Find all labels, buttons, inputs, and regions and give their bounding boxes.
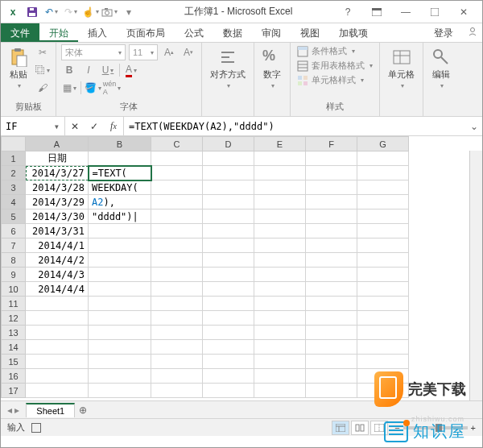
cell-F1[interactable] bbox=[306, 151, 357, 166]
vertical-scrollbar[interactable] bbox=[469, 151, 482, 400]
cell-E13[interactable] bbox=[254, 326, 306, 340]
font-name-combo[interactable]: 宋体▾ bbox=[61, 44, 126, 60]
cell-F15[interactable] bbox=[306, 355, 357, 369]
cell-E15[interactable] bbox=[254, 355, 306, 369]
cell-D1[interactable] bbox=[203, 151, 254, 166]
copy-icon[interactable]: ⿻▾ bbox=[35, 62, 51, 78]
cell-F6[interactable] bbox=[306, 224, 357, 239]
app-icon[interactable]: x bbox=[4, 3, 22, 21]
cell-A13[interactable] bbox=[26, 326, 89, 340]
conditional-format-button[interactable]: 条件格式▾ bbox=[295, 44, 374, 58]
cell-C5[interactable] bbox=[151, 209, 203, 224]
row-header-6[interactable]: 6 bbox=[2, 224, 26, 239]
cell-A8[interactable]: 2014/4/2 bbox=[26, 253, 89, 268]
cell-E14[interactable] bbox=[254, 340, 306, 355]
cell-E11[interactable] bbox=[254, 297, 306, 311]
cell-F9[interactable] bbox=[306, 268, 357, 282]
row-header-14[interactable]: 14 bbox=[2, 340, 26, 355]
cell-D10[interactable] bbox=[203, 282, 254, 297]
cell-G5[interactable] bbox=[357, 209, 409, 224]
cell-A9[interactable]: 2014/4/3 bbox=[26, 268, 89, 282]
cell-G12[interactable] bbox=[357, 311, 409, 326]
cell-B13[interactable] bbox=[89, 326, 151, 340]
number-format-button[interactable]: % 数字 ▾ bbox=[259, 44, 285, 93]
cell-C10[interactable] bbox=[151, 282, 203, 297]
cell-G9[interactable] bbox=[357, 268, 409, 282]
name-box-dropdown-icon[interactable]: ▾ bbox=[54, 121, 60, 132]
cell-E3[interactable] bbox=[254, 180, 306, 195]
cell-F11[interactable] bbox=[306, 297, 357, 311]
cell-F17[interactable] bbox=[306, 384, 357, 398]
cell-E7[interactable] bbox=[254, 239, 306, 253]
bold-icon[interactable]: B bbox=[61, 62, 77, 78]
close-button[interactable]: ✕ bbox=[452, 4, 476, 20]
cell-B14[interactable] bbox=[89, 340, 151, 355]
cell-C12[interactable] bbox=[151, 311, 203, 326]
col-header-A[interactable]: A bbox=[26, 137, 89, 151]
cancel-formula-button[interactable]: ✕ bbox=[65, 121, 85, 132]
cell-E2[interactable] bbox=[254, 166, 306, 180]
zoom-in-button[interactable]: + bbox=[471, 423, 476, 433]
cell-F14[interactable] bbox=[306, 340, 357, 355]
cell-B8[interactable] bbox=[89, 253, 151, 268]
view-normal-button[interactable] bbox=[332, 421, 349, 435]
sheet-tab-sheet1[interactable]: Sheet1 bbox=[26, 403, 75, 417]
format-painter-icon[interactable]: 🖌 bbox=[35, 80, 51, 96]
minimize-button[interactable]: — bbox=[394, 4, 418, 20]
cell-B4[interactable]: A2), bbox=[89, 195, 151, 209]
cell-styles-button[interactable]: 单元格样式▾ bbox=[295, 73, 374, 87]
font-color-icon[interactable]: A▾ bbox=[123, 62, 139, 78]
cell-D13[interactable] bbox=[203, 326, 254, 340]
row-header-13[interactable]: 13 bbox=[2, 326, 26, 340]
underline-icon[interactable]: U▾ bbox=[100, 62, 116, 78]
formula-input[interactable]: =TEXT(WEEKDAY(A2),"dddd") bbox=[124, 117, 466, 135]
cell-A5[interactable]: 2014/3/30 bbox=[26, 209, 89, 224]
cell-C2[interactable] bbox=[151, 166, 203, 180]
cell-G8[interactable] bbox=[357, 253, 409, 268]
cell-G2[interactable] bbox=[357, 166, 409, 180]
insert-function-button[interactable]: fx bbox=[104, 120, 123, 132]
ribbon-display-button[interactable] bbox=[365, 4, 389, 20]
help-button[interactable]: ? bbox=[336, 4, 360, 20]
cell-C16[interactable] bbox=[151, 369, 203, 384]
fill-color-icon[interactable]: 🪣▾ bbox=[85, 80, 101, 96]
select-all-corner[interactable] bbox=[2, 137, 26, 151]
cell-E16[interactable] bbox=[254, 369, 306, 384]
cell-E9[interactable] bbox=[254, 268, 306, 282]
qat-undo-icon[interactable]: ↶▾ bbox=[43, 3, 60, 21]
cell-C11[interactable] bbox=[151, 297, 203, 311]
cell-G11[interactable] bbox=[357, 297, 409, 311]
col-header-D[interactable]: D bbox=[203, 137, 254, 151]
cell-G7[interactable] bbox=[357, 239, 409, 253]
cell-C3[interactable] bbox=[151, 180, 203, 195]
cell-D11[interactable] bbox=[203, 297, 254, 311]
cell-G6[interactable] bbox=[357, 224, 409, 239]
add-sheet-button[interactable]: ⊕ bbox=[75, 404, 91, 416]
paste-button[interactable]: 粘贴 ▾ bbox=[6, 44, 31, 93]
cell-A7[interactable]: 2014/4/1 bbox=[26, 239, 89, 253]
tab-formulas[interactable]: 公式 bbox=[175, 23, 213, 42]
cell-D4[interactable] bbox=[203, 195, 254, 209]
cell-A4[interactable]: 2014/3/29 bbox=[26, 195, 89, 209]
expand-formula-bar-icon[interactable]: ⌄ bbox=[466, 117, 482, 135]
tab-file[interactable]: 文件 bbox=[1, 23, 39, 42]
cell-A17[interactable] bbox=[26, 384, 89, 398]
name-box[interactable]: IF ▾ bbox=[1, 117, 65, 135]
cell-C6[interactable] bbox=[151, 224, 203, 239]
qat-camera-icon[interactable]: ▾ bbox=[101, 3, 118, 21]
cell-D5[interactable] bbox=[203, 209, 254, 224]
cell-C17[interactable] bbox=[151, 384, 203, 398]
col-header-C[interactable]: C bbox=[151, 137, 203, 151]
cell-E8[interactable] bbox=[254, 253, 306, 268]
cell-B2[interactable]: =TEXT( bbox=[89, 166, 151, 180]
cell-E17[interactable] bbox=[254, 384, 306, 398]
border-icon[interactable]: ▦▾ bbox=[61, 80, 77, 96]
cell-F12[interactable] bbox=[306, 311, 357, 326]
cell-E5[interactable] bbox=[254, 209, 306, 224]
tab-review[interactable]: 审阅 bbox=[252, 23, 291, 42]
cell-A1[interactable]: 日期 bbox=[26, 151, 89, 166]
cell-C9[interactable] bbox=[151, 268, 203, 282]
cell-F4[interactable] bbox=[306, 195, 357, 209]
row-header-10[interactable]: 10 bbox=[2, 282, 26, 297]
cell-A11[interactable] bbox=[26, 297, 89, 311]
